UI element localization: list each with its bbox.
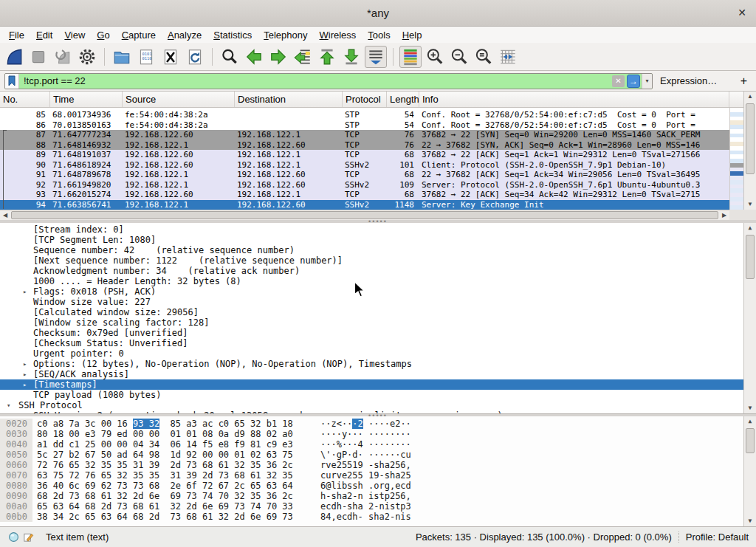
scroll-right-icon[interactable]: ▶ [719,210,729,221]
detail-line[interactable]: [Window size scaling factor: 128] [0,317,743,328]
display-filter-input[interactable] [19,74,612,89]
hex-row-0060[interactable]: 006072 76 65 32 35 35 31 39 2d 73 68 61 … [0,460,743,470]
column-header-no[interactable]: No. [0,92,50,107]
scroll-down-icon[interactable]: ▼ [745,516,755,526]
hex-row-00a0[interactable]: 00a065 63 64 68 2d 73 68 61 32 2d 6e 69 … [0,501,743,512]
profile-selector[interactable]: Profile: Default [686,531,749,543]
packet-list-vertical-scrollbar[interactable]: ▲ ▼ [743,92,756,210]
scroll-down-icon[interactable]: ▼ [745,199,755,210]
scrollbar-thumb[interactable] [746,428,755,453]
zoom-out-button[interactable] [448,46,470,68]
filter-history-dropdown[interactable]: ▾ [642,74,652,89]
go-back-button[interactable] [243,46,265,68]
reload-file-button[interactable] [184,46,206,68]
scroll-up-icon[interactable]: ▲ [745,223,755,233]
detail-line[interactable]: ▸[SEQ/ACK analysis] [0,369,743,379]
detail-line[interactable]: [Stream index: 0] [0,224,743,235]
menu-view[interactable]: View [58,28,91,42]
colorize-button[interactable] [399,46,422,68]
detail-line[interactable]: [Calculated window size: 29056] [0,307,743,317]
detail-line[interactable]: ▸Options: (12 bytes), No-Operation (NOP)… [0,359,743,369]
save-file-button[interactable]: 01010110 [135,46,157,68]
display-filter-field[interactable]: ✕ → ▾ [4,73,653,89]
detail-line[interactable]: Acknowledgment number: 34 (relative ack … [0,266,743,276]
menu-go[interactable]: Go [91,28,115,42]
packet-row-88[interactable]: 8871.648146932192.168.122.1192.168.122.6… [0,140,729,151]
auto-scroll-button[interactable] [365,46,387,68]
capture-start-button[interactable] [3,46,25,68]
go-bottom-button[interactable] [340,46,362,68]
resize-columns-button[interactable] [497,46,519,68]
scrollbar-thumb[interactable] [11,211,718,219]
filter-bookmark-icon[interactable] [5,74,19,89]
capture-comment-icon[interactable] [21,530,35,545]
column-header-destination[interactable]: Destination [235,92,343,107]
hex-row-0040[interactable]: 0040a1 dd c1 25 00 00 04 34 06 14 f5 e8 … [0,439,743,450]
detail-line[interactable]: Sequence number: 42 (relative sequence n… [0,245,743,255]
find-packet-button[interactable] [219,46,241,68]
packet-row-91[interactable]: 9171.648789678192.168.122.1192.168.122.6… [0,170,729,180]
intelligent-scrollbar-minimap[interactable] [729,108,743,210]
packet-row-90[interactable]: 9071.648618924192.168.122.60192.168.122.… [0,160,729,171]
zoom-original-button[interactable] [472,46,495,68]
go-to-packet-button[interactable] [292,46,314,68]
detail-line[interactable]: Window size value: 227 [0,297,743,307]
detail-line[interactable]: TCP payload (1080 bytes) [0,390,743,400]
hex-row-0050[interactable]: 00505c 27 b2 67 50 ad 64 98 1d 92 00 00 … [0,450,743,460]
hex-row-0090[interactable]: 009068 2d 73 68 61 32 2d 6e 69 73 74 70 … [0,491,743,501]
hex-row-0080[interactable]: 008036 40 6c 69 62 73 73 68 2e 6f 72 67 … [0,481,743,491]
add-filter-button[interactable]: + [738,75,750,88]
expert-info-icon[interactable] [6,530,21,545]
packet-list-horizontal-scrollbar[interactable]: ◀ ▶ [0,210,729,220]
go-top-button[interactable] [316,46,338,68]
hex-row-0070[interactable]: 007063 75 72 76 65 32 35 35 31 39 2d 73 … [0,470,743,481]
details-vertical-scrollbar[interactable]: ▲ ▼ [743,223,756,413]
packet-row-92[interactable]: 9271.661949820192.168.122.1192.168.122.6… [0,180,729,190]
detail-line[interactable]: 1000 .... = Header Length: 32 bytes (8) [0,276,743,286]
detail-line[interactable]: Urgent pointer: 0 [0,348,743,359]
expand-arrow-icon[interactable]: ▸ [23,359,27,369]
scroll-down-icon[interactable]: ▼ [745,403,755,413]
detail-line[interactable]: [Next sequence number: 1122 (relative se… [0,255,743,266]
close-window-button[interactable]: ✕ [738,7,746,18]
detail-line[interactable]: Checksum: 0x79ed [unverified] [0,328,743,338]
expand-arrow-icon[interactable]: ▸ [23,379,27,390]
menu-wireless[interactable]: Wireless [314,28,362,42]
packet-row-87[interactable]: 8771.647777234192.168.122.60192.168.122.… [0,130,729,140]
expand-arrow-icon[interactable]: ▸ [23,286,27,297]
column-header-info[interactable]: Info [419,92,729,107]
scroll-up-icon[interactable]: ▲ [745,92,755,102]
scrollbar-thumb[interactable] [746,103,755,174]
menu-analyze[interactable]: Analyze [162,28,207,42]
packet-row-85[interactable]: 8568.001734936fe:54:00:d4:38:2aSTP54Conf… [0,110,729,120]
menu-help[interactable]: Help [396,28,428,42]
hex-row-0030[interactable]: 003080 18 00 e3 79 ed 00 00 01 01 08 0a … [0,429,743,439]
menu-statistics[interactable]: Statistics [207,28,258,42]
menu-telephony[interactable]: Telephony [258,28,313,42]
go-forward-button[interactable] [267,46,289,68]
menu-capture[interactable]: Capture [116,28,162,42]
open-file-button[interactable] [111,46,133,68]
filter-clear-button[interactable]: ✕ [612,75,625,87]
scroll-up-icon[interactable]: ▲ [745,416,755,427]
scroll-left-icon[interactable]: ◀ [0,210,10,221]
expression-button[interactable]: Expression… [660,75,717,86]
detail-line[interactable]: [TCP Segment Len: 1080] [0,235,743,245]
hex-row-00b0[interactable]: 00b038 34 2c 65 63 64 68 2d 73 68 61 32 … [0,512,743,522]
zoom-in-button[interactable] [424,46,446,68]
packet-row-94[interactable]: 9471.663856741192.168.122.1192.168.122.6… [0,200,729,210]
packet-row-93[interactable]: 9371.662015274192.168.122.60192.168.122.… [0,190,729,200]
detail-line[interactable]: ▾SSH Protocol [0,400,743,410]
capture-options-button[interactable] [76,46,98,68]
bytes-vertical-scrollbar[interactable]: ▲ ▼ [743,416,756,526]
menu-edit[interactable]: Edit [30,28,58,42]
column-header-length[interactable]: Length [387,92,419,107]
hex-row-0020[interactable]: 0020c0 a8 7a 3c 00 16 93 32 85 a3 ac c0 … [0,419,743,429]
column-header-source[interactable]: Source [123,92,235,107]
column-header-protocol[interactable]: Protocol [343,92,387,107]
capture-restart-button[interactable] [52,46,74,68]
detail-line[interactable]: ▸[Timestamps] [0,379,743,390]
scrollbar-thumb[interactable] [746,235,755,279]
expand-arrow-icon[interactable]: ▸ [23,369,27,379]
menu-file[interactable]: File [3,28,30,42]
